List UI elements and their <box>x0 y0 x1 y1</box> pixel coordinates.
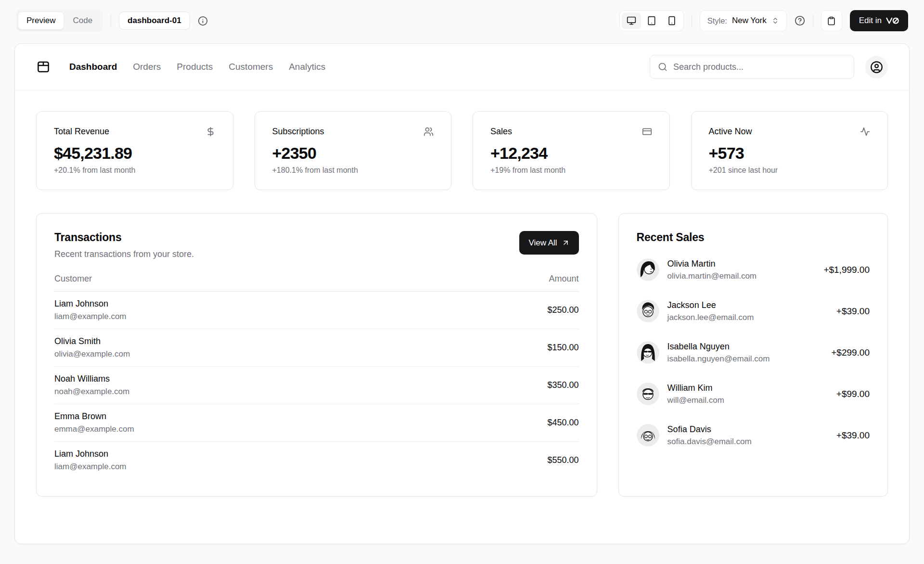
search-input[interactable] <box>673 62 846 72</box>
phone-view-button[interactable] <box>662 13 681 29</box>
sale-amount: +$39.00 <box>836 306 870 317</box>
nav-item-dashboard[interactable]: Dashboard <box>69 62 117 72</box>
customer-email: liam@example.com <box>54 312 127 321</box>
nav-item-customers[interactable]: Customers <box>229 62 273 72</box>
stat-value: +573 <box>709 144 871 163</box>
desktop-view-button[interactable] <box>622 13 641 29</box>
transactions-panel: Transactions Recent transactions from yo… <box>36 213 597 497</box>
copy-code-button[interactable] <box>821 10 842 31</box>
sale-amount: +$39.00 <box>836 430 870 441</box>
transaction-amount: $450.00 <box>548 418 579 428</box>
sale-amount: +$299.00 <box>831 347 870 358</box>
toolbar-divider <box>111 14 111 27</box>
sale-customer-email: isabella.nguyen@email.com <box>667 354 770 364</box>
table-row[interactable]: Emma Brown emma@example.com $450.00 <box>54 404 579 442</box>
toolbar-divider <box>692 14 692 27</box>
stat-value: +2350 <box>272 144 434 163</box>
sale-customer-name: Olivia Martin <box>667 259 757 269</box>
tab-preview[interactable]: Preview <box>18 12 64 30</box>
stat-card-active-now: Active Now +573 +201 since last hour <box>691 111 888 190</box>
customer-email: liam@example.com <box>54 462 127 472</box>
sale-customer-name: Jackson Lee <box>667 300 754 310</box>
nav-item-analytics[interactable]: Analytics <box>289 62 325 72</box>
column-header-amount: Amount <box>549 274 579 284</box>
stat-card-total-revenue: Total Revenue $45,231.89 +20.1% from las… <box>36 111 233 190</box>
sale-customer-email: sofia.davis@email.com <box>667 437 752 447</box>
dashboard-preview-frame: Dashboard Orders Products Customers Anal… <box>14 43 910 544</box>
view-all-button[interactable]: View All <box>519 231 578 255</box>
customer-name: Olivia Smith <box>54 336 130 346</box>
stat-change: +19% from last month <box>490 166 652 175</box>
device-toggle-group <box>619 10 684 31</box>
stat-title: Total Revenue <box>54 127 109 137</box>
table-row[interactable]: Liam Johnson liam@example.com $550.00 <box>54 442 579 479</box>
nav-links: Dashboard Orders Products Customers Anal… <box>69 62 325 72</box>
customer-name: Liam Johnson <box>54 299 127 309</box>
transactions-title: Transactions <box>54 231 194 244</box>
sale-amount: +$99.00 <box>836 389 870 399</box>
stat-title: Active Now <box>709 127 752 137</box>
stat-change: +20.1% from last month <box>54 166 216 175</box>
nav-item-products[interactable]: Products <box>177 62 213 72</box>
customer-email: olivia@example.com <box>54 349 130 359</box>
edit-in-v0-button[interactable]: Edit in <box>850 10 908 31</box>
customer-email: noah@example.com <box>54 387 129 397</box>
customer-name: Emma Brown <box>54 411 134 422</box>
sale-customer-name: William Kim <box>667 383 724 393</box>
list-item[interactable]: Olivia Martin olivia.martin@email.com +$… <box>637 258 870 281</box>
clipboard-icon <box>827 16 836 26</box>
sale-customer-email: jackson.lee@email.com <box>667 313 754 322</box>
stat-value: $45,231.89 <box>54 144 216 163</box>
transactions-table: Customer Amount Liam Johnson liam@exampl… <box>54 274 579 479</box>
stats-row: Total Revenue $45,231.89 +20.1% from las… <box>36 111 888 190</box>
users-icon <box>424 127 434 137</box>
view-tab-group: Preview Code <box>16 10 103 32</box>
avatar-olivia-martin <box>637 258 659 281</box>
stat-change: +201 since last hour <box>709 166 871 175</box>
v0-logo-icon <box>886 17 899 24</box>
avatar-isabella-nguyen <box>637 341 659 364</box>
sale-customer-name: Isabella Nguyen <box>667 342 770 352</box>
top-toolbar: Preview Code dashboard-01 Style: New Yor… <box>0 0 924 32</box>
transaction-amount: $350.00 <box>548 380 579 390</box>
store-package-icon[interactable] <box>36 60 51 74</box>
sale-customer-name: Sofia Davis <box>667 424 752 435</box>
customer-name: Liam Johnson <box>54 449 127 459</box>
table-row[interactable]: Liam Johnson liam@example.com $250.00 <box>54 292 579 329</box>
block-name-badge[interactable]: dashboard-01 <box>119 12 190 30</box>
customer-email: emma@example.com <box>54 424 134 434</box>
credit-card-icon <box>642 127 652 137</box>
style-select[interactable]: Style: New York <box>700 10 787 31</box>
info-icon[interactable] <box>198 16 208 26</box>
user-account-button[interactable] <box>865 56 888 78</box>
transaction-amount: $250.00 <box>548 305 579 315</box>
toolbar-divider <box>813 14 813 27</box>
tablet-view-button[interactable] <box>642 13 661 29</box>
list-item[interactable]: Jackson Lee jackson.lee@email.com +$39.0… <box>637 300 870 322</box>
list-item[interactable]: Sofia Davis sofia.davis@email.com +$39.0… <box>637 424 870 447</box>
stat-card-sales: Sales +12,234 +19% from last month <box>473 111 670 190</box>
table-row[interactable]: Noah Williams noah@example.com $350.00 <box>54 367 579 404</box>
tablet-icon <box>647 16 656 26</box>
list-item[interactable]: William Kim will@email.com +$99.00 <box>637 383 870 405</box>
table-row[interactable]: Olivia Smith olivia@example.com $150.00 <box>54 329 579 367</box>
help-icon[interactable] <box>795 15 805 26</box>
stat-value: +12,234 <box>490 144 652 163</box>
style-select-value: New York <box>732 16 767 26</box>
view-all-label: View All <box>528 238 557 248</box>
search-box <box>650 55 854 79</box>
column-header-customer: Customer <box>54 274 92 284</box>
stat-change: +180.1% from last month <box>272 166 434 175</box>
edit-in-v0-label: Edit in <box>859 16 882 26</box>
sale-customer-email: olivia.martin@email.com <box>667 271 757 281</box>
tab-code[interactable]: Code <box>64 12 101 30</box>
dashboard-navbar: Dashboard Orders Products Customers Anal… <box>15 44 909 90</box>
activity-icon <box>860 127 870 137</box>
recent-sales-list: Olivia Martin olivia.martin@email.com +$… <box>637 258 870 447</box>
arrow-up-right-icon <box>562 239 570 247</box>
recent-sales-title: Recent Sales <box>637 231 870 244</box>
nav-item-orders[interactable]: Orders <box>133 62 161 72</box>
list-item[interactable]: Isabella Nguyen isabella.nguyen@email.co… <box>637 341 870 364</box>
avatar-jackson-lee <box>637 300 659 322</box>
circle-user-icon <box>870 61 883 74</box>
